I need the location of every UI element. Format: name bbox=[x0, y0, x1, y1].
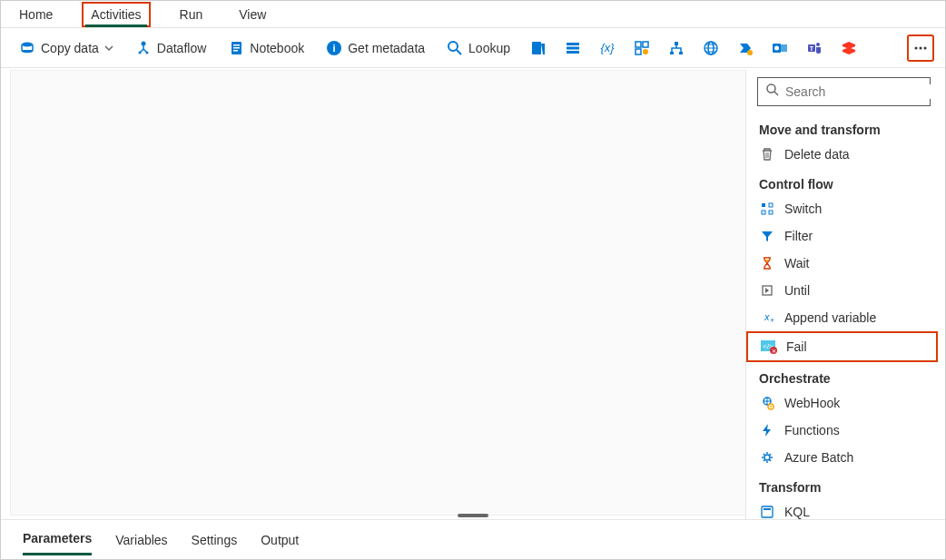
script-icon[interactable] bbox=[525, 34, 552, 62]
item-fail[interactable]: </>✕ Fail bbox=[746, 331, 938, 362]
svg-text:+: + bbox=[770, 316, 774, 325]
tab-run[interactable]: Run bbox=[172, 4, 211, 25]
svg-point-0 bbox=[22, 42, 33, 46]
svg-point-10 bbox=[448, 42, 458, 51]
item-label: Until bbox=[784, 283, 810, 298]
stored-proc-icon[interactable] bbox=[559, 34, 586, 62]
hourglass-icon bbox=[759, 255, 775, 271]
tab-variables[interactable]: Variables bbox=[115, 526, 167, 555]
notebook-button[interactable]: Notebook bbox=[221, 36, 311, 60]
svg-text:T: T bbox=[810, 44, 814, 51]
invoke-pipeline-icon[interactable] bbox=[732, 34, 759, 62]
tab-activities[interactable]: Activities bbox=[82, 2, 150, 27]
item-azure-batch[interactable]: Azure Batch bbox=[746, 444, 940, 471]
item-label: Fail bbox=[786, 339, 807, 354]
section-transform: Transform bbox=[746, 471, 940, 498]
item-label: Azure Batch bbox=[784, 450, 853, 465]
svg-rect-52 bbox=[764, 508, 771, 510]
svg-point-3 bbox=[145, 51, 148, 54]
svg-rect-18 bbox=[636, 49, 641, 54]
svg-rect-6 bbox=[233, 47, 240, 49]
switch-icon bbox=[759, 201, 775, 217]
svg-point-50 bbox=[764, 455, 770, 460]
svg-rect-22 bbox=[679, 52, 683, 54]
search-icon bbox=[447, 40, 463, 56]
activities-dropdown: Move and transform Delete data Control f… bbox=[745, 70, 940, 526]
svg-rect-17 bbox=[643, 42, 648, 47]
variable-icon[interactable]: {x} bbox=[594, 34, 621, 62]
dataflow-icon bbox=[135, 40, 152, 56]
until-icon bbox=[759, 282, 775, 299]
more-button[interactable] bbox=[907, 34, 934, 62]
functions-icon bbox=[759, 422, 775, 438]
tab-output[interactable]: Output bbox=[261, 526, 299, 555]
svg-point-32 bbox=[915, 46, 918, 49]
item-wait[interactable]: Wait bbox=[746, 250, 940, 277]
outlook-icon[interactable] bbox=[766, 34, 793, 62]
item-until[interactable]: Until bbox=[746, 277, 940, 304]
svg-point-2 bbox=[138, 51, 141, 54]
svg-rect-27 bbox=[781, 44, 787, 52]
search-input[interactable] bbox=[785, 84, 940, 99]
resize-handle[interactable] bbox=[458, 514, 488, 517]
lookup-button[interactable]: Lookup bbox=[439, 36, 517, 60]
webhook-icon bbox=[759, 395, 775, 411]
svg-rect-20 bbox=[675, 42, 678, 45]
notebook-label: Notebook bbox=[250, 41, 304, 55]
search-icon bbox=[765, 83, 780, 101]
svg-point-28 bbox=[774, 45, 779, 50]
svg-rect-36 bbox=[762, 203, 765, 207]
svg-point-1 bbox=[141, 41, 145, 45]
svg-rect-51 bbox=[762, 506, 773, 517]
svg-rect-7 bbox=[233, 50, 238, 52]
notebook-icon bbox=[228, 40, 244, 56]
item-append-variable[interactable]: x+ Append variable bbox=[746, 304, 940, 331]
chevron-down-icon bbox=[104, 41, 113, 55]
gear-icon bbox=[759, 449, 775, 466]
item-switch[interactable]: Switch bbox=[746, 195, 940, 222]
item-webhook[interactable]: WebHook bbox=[746, 389, 940, 417]
svg-text:✕: ✕ bbox=[772, 349, 776, 354]
tab-view[interactable]: View bbox=[232, 4, 273, 25]
item-functions[interactable]: Functions bbox=[746, 417, 940, 444]
item-filter[interactable]: Filter bbox=[746, 222, 940, 250]
fail-icon: </>✕ bbox=[761, 339, 777, 355]
dataflow-label: Dataflow bbox=[157, 41, 206, 55]
tab-settings[interactable]: Settings bbox=[192, 526, 238, 555]
svg-point-25 bbox=[747, 50, 753, 55]
web-icon[interactable] bbox=[697, 34, 724, 62]
item-label: Filter bbox=[784, 229, 813, 243]
tab-home[interactable]: Home bbox=[12, 4, 60, 25]
databricks-icon[interactable] bbox=[835, 34, 862, 62]
svg-rect-16 bbox=[636, 42, 641, 47]
if-icon[interactable] bbox=[663, 34, 690, 62]
item-label: Delete data bbox=[784, 147, 850, 162]
item-label: Switch bbox=[784, 201, 822, 216]
lookup-label: Lookup bbox=[468, 41, 510, 55]
item-label: Functions bbox=[784, 423, 840, 437]
svg-rect-11 bbox=[532, 42, 541, 54]
item-delete-data[interactable]: Delete data bbox=[746, 141, 940, 168]
tab-parameters[interactable]: Parameters bbox=[23, 524, 92, 555]
svg-rect-14 bbox=[567, 51, 579, 54]
copy-data-label: Copy data bbox=[41, 41, 99, 55]
svg-rect-37 bbox=[769, 203, 773, 207]
dataflow-button[interactable]: Dataflow bbox=[128, 36, 213, 60]
copy-data-button[interactable]: Copy data bbox=[12, 36, 121, 60]
svg-rect-12 bbox=[567, 43, 579, 45]
item-label: WebHook bbox=[784, 396, 840, 410]
svg-point-35 bbox=[767, 84, 775, 93]
svg-rect-13 bbox=[567, 46, 579, 49]
foreach-icon[interactable] bbox=[628, 34, 655, 62]
svg-point-31 bbox=[816, 43, 820, 46]
get-metadata-label: Get metadata bbox=[348, 41, 425, 55]
svg-rect-5 bbox=[233, 44, 240, 46]
svg-point-19 bbox=[643, 49, 648, 54]
search-box[interactable] bbox=[757, 77, 931, 106]
get-metadata-button[interactable]: i Get metadata bbox=[319, 36, 432, 60]
info-icon: i bbox=[326, 40, 342, 56]
teams-icon[interactable]: T bbox=[801, 34, 828, 62]
top-tabs: Home Activities Run View bbox=[1, 1, 945, 28]
section-control-flow: Control flow bbox=[746, 168, 940, 195]
svg-rect-39 bbox=[769, 211, 773, 214]
